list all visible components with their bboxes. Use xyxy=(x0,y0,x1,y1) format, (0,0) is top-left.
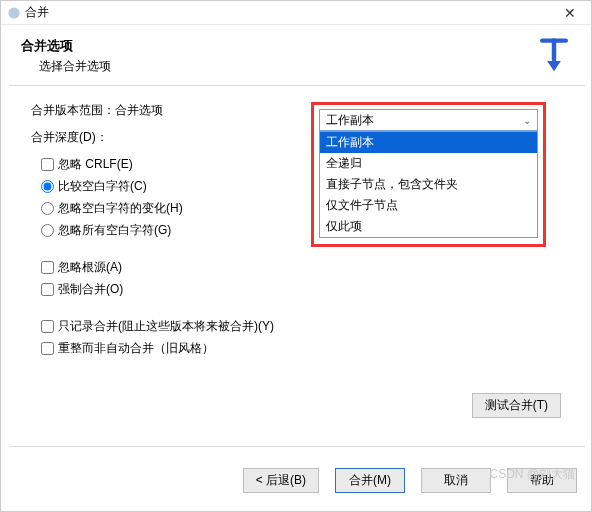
depth-option[interactable]: 工作副本 xyxy=(320,132,537,153)
header: 合并选项 选择合并选项 xyxy=(1,25,591,85)
depth-option[interactable]: 仅文件子节点 xyxy=(320,195,537,216)
page-subtitle: 选择合并选项 xyxy=(39,58,537,75)
app-icon xyxy=(7,6,21,20)
reintegrate-checkbox[interactable]: 重整而非自动合并（旧风格） xyxy=(41,340,561,357)
checkbox-input[interactable] xyxy=(41,158,54,171)
depth-dropdown-highlight: 工作副本 ⌄ 工作副本 全递归 直接子节点，包含文件夹 仅文件子节点 仅此项 xyxy=(311,102,546,247)
radio-label: 比较空白字符(C) xyxy=(58,178,147,195)
checkbox-label: 重整而非自动合并（旧风格） xyxy=(58,340,214,357)
depth-dropdown-list[interactable]: 工作副本 全递归 直接子节点，包含文件夹 仅文件子节点 仅此项 xyxy=(319,131,538,238)
titlebar: 合并 ✕ xyxy=(1,1,591,25)
depth-label: 合并深度(D)： xyxy=(31,129,311,146)
radio-input[interactable] xyxy=(41,180,54,193)
cancel-button[interactable]: 取消 xyxy=(421,468,491,493)
chevron-down-icon: ⌄ xyxy=(523,115,531,126)
page-title: 合并选项 xyxy=(21,37,537,55)
merge-button[interactable]: 合并(M) xyxy=(335,468,405,493)
radio-label: 忽略空白字符的变化(H) xyxy=(58,200,183,217)
radio-input[interactable] xyxy=(41,224,54,237)
depth-option[interactable]: 全递归 xyxy=(320,153,537,174)
depth-combobox[interactable]: 工作副本 ⌄ xyxy=(319,109,538,131)
content: 合并版本范围：合并选项 合并深度(D)： 工作副本 ⌄ 工作副本 全递归 直接子… xyxy=(1,86,591,430)
test-merge-button[interactable]: 测试合并(T) xyxy=(472,393,561,418)
range-label: 合并版本范围：合并选项 xyxy=(31,102,163,119)
checkbox-label: 忽略 CRLF(E) xyxy=(58,156,133,173)
checkbox-label: 只记录合并(阻止这些版本将来被合并)(Y) xyxy=(58,318,274,335)
svg-point-0 xyxy=(8,7,19,18)
window-title: 合并 xyxy=(25,4,555,21)
divider xyxy=(9,446,585,447)
merge-logo-icon xyxy=(537,37,571,75)
checkbox-input[interactable] xyxy=(41,320,54,333)
footer: < 后退(B) 合并(M) 取消 帮助 xyxy=(1,458,591,493)
record-only-checkbox[interactable]: 只记录合并(阻止这些版本将来被合并)(Y) xyxy=(41,318,561,335)
help-button[interactable]: 帮助 xyxy=(507,468,577,493)
ignore-ancestry-checkbox[interactable]: 忽略根源(A) xyxy=(41,259,561,276)
close-icon[interactable]: ✕ xyxy=(555,5,585,21)
depth-option[interactable]: 直接子节点，包含文件夹 xyxy=(320,174,537,195)
checkbox-input[interactable] xyxy=(41,261,54,274)
radio-label: 忽略所有空白字符(G) xyxy=(58,222,171,239)
back-button[interactable]: < 后退(B) xyxy=(243,468,319,493)
radio-input[interactable] xyxy=(41,202,54,215)
checkbox-input[interactable] xyxy=(41,283,54,296)
checkbox-input[interactable] xyxy=(41,342,54,355)
checkbox-label: 忽略根源(A) xyxy=(58,259,122,276)
checkbox-label: 强制合并(O) xyxy=(58,281,123,298)
dialog-window: 合并 ✕ 合并选项 选择合并选项 合并版本范围：合并选项 合并深度(D)： 工作… xyxy=(0,0,592,512)
depth-option[interactable]: 仅此项 xyxy=(320,216,537,237)
depth-selected: 工作副本 xyxy=(326,112,374,129)
force-merge-checkbox[interactable]: 强制合并(O) xyxy=(41,281,561,298)
